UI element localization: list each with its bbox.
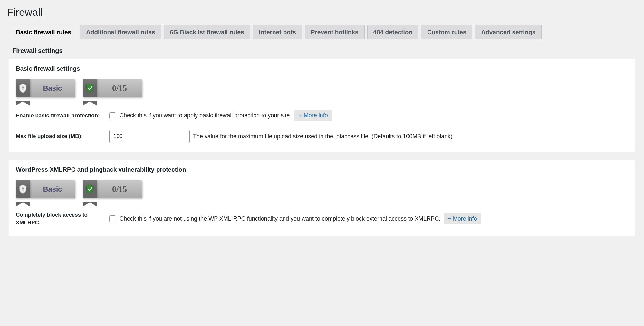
tab-additional-firewall-rules[interactable]: Additional firewall rules	[80, 25, 161, 39]
badge-row: Basic 0/15	[16, 180, 628, 198]
tab-bar: Basic firewall rules Additional firewall…	[6, 25, 638, 39]
tab-custom-rules[interactable]: Custom rules	[421, 25, 472, 39]
svg-point-2	[22, 187, 24, 189]
section-heading: Firewall settings	[6, 39, 638, 59]
row-block-xmlrpc: Completely block access to XMLRPC: Check…	[16, 211, 628, 227]
tab-6g-blacklist[interactable]: 6G Blacklist firewall rules	[164, 25, 250, 39]
plus-icon: +	[298, 112, 302, 119]
shield-alert-icon	[16, 79, 30, 97]
enable-basic-firewall-checkbox[interactable]	[109, 112, 116, 119]
badge-level: Basic	[16, 79, 75, 97]
badge-score: 0/15	[83, 79, 142, 97]
badge-level-text: Basic	[30, 79, 75, 97]
more-info-button[interactable]: + More info	[444, 213, 481, 224]
badge-row: Basic 0/15	[16, 79, 628, 97]
panel-basic-firewall: Basic firewall settings Basic 0/15 Enabl…	[9, 59, 635, 152]
tab-404-detection[interactable]: 404 detection	[367, 25, 418, 39]
tab-basic-firewall-rules[interactable]: Basic firewall rules	[10, 25, 77, 39]
max-upload-input[interactable]	[109, 130, 190, 143]
badge-score: 0/15	[83, 180, 142, 198]
enable-basic-firewall-label: Enable basic firewall protection:	[16, 112, 109, 120]
max-upload-label: Max file upload size (MB):	[16, 133, 109, 140]
tab-advanced-settings[interactable]: Advanced settings	[475, 25, 542, 39]
row-enable-basic-firewall: Enable basic firewall protection: Check …	[16, 110, 628, 121]
plus-icon: +	[447, 215, 451, 222]
panel-title: Basic firewall settings	[16, 65, 628, 72]
block-xmlrpc-label: Completely block access to XMLRPC:	[16, 211, 109, 227]
badge-level: Basic	[16, 180, 75, 198]
block-xmlrpc-checkbox[interactable]	[109, 215, 116, 222]
svg-rect-3	[23, 189, 24, 191]
more-info-text: More info	[304, 112, 328, 119]
badge-score-text: 0/15	[97, 79, 142, 97]
tab-prevent-hotlinks[interactable]: Prevent hotlinks	[305, 25, 365, 39]
tab-internet-bots[interactable]: Internet bots	[253, 25, 302, 39]
badge-level-text: Basic	[30, 180, 75, 198]
svg-point-0	[22, 86, 24, 88]
enable-basic-firewall-desc: Check this if you want to apply basic fi…	[120, 112, 291, 119]
panel-xmlrpc: WordPress XMLRPC and pingback vulnerabil…	[9, 160, 635, 236]
panel-title: WordPress XMLRPC and pingback vulnerabil…	[16, 166, 628, 173]
more-info-text: More info	[453, 215, 477, 222]
row-max-upload: Max file upload size (MB): The value for…	[16, 130, 628, 143]
shield-check-icon	[83, 180, 97, 198]
page-title: Firewall	[6, 6, 638, 18]
svg-rect-1	[23, 88, 24, 90]
badge-score-text: 0/15	[97, 180, 142, 198]
block-xmlrpc-desc: Check this if you are not using the WP X…	[120, 215, 440, 222]
max-upload-desc: The value for the maximum file upload si…	[193, 133, 452, 140]
more-info-button[interactable]: + More info	[294, 110, 332, 121]
shield-alert-icon	[16, 180, 30, 198]
shield-check-icon	[83, 79, 97, 97]
